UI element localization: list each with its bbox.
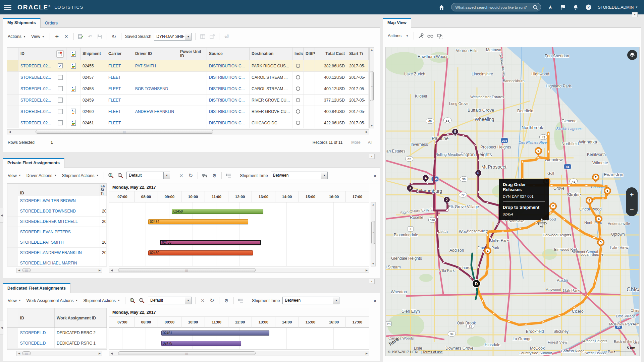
- resource-id-link[interactable]: STOREDEL.D: [20, 341, 46, 346]
- source-link[interactable]: DISTRIBUTION C...: [209, 98, 245, 103]
- row-checkbox[interactable]: [58, 75, 63, 80]
- tab-my-shipments[interactable]: My Shipments: [3, 18, 41, 28]
- shipment-id-link[interactable]: STOREDEL.02...: [20, 86, 51, 91]
- driver-row[interactable]: STOREDEL.MICHAEL MARTIN: [7, 258, 107, 266]
- driver-row[interactable]: STOREDEL.DEREK MITCHELL20: [7, 217, 107, 227]
- all-link[interactable]: All: [368, 140, 372, 145]
- go-to-task-icon[interactable]: ⏎: [223, 33, 230, 40]
- table-row[interactable]: STOREDEL.02...02458FLEETBOB TOWNSENDDIST…: [7, 83, 369, 95]
- collapse-shipments-icon[interactable]: ▲: [369, 154, 375, 159]
- column-header-shipment[interactable]: Shipment: [80, 48, 106, 60]
- help-icon[interactable]: ?: [585, 4, 592, 11]
- row-checkbox[interactable]: ✓: [58, 63, 63, 68]
- carrier-link[interactable]: FLEET: [108, 64, 121, 68]
- overflow-chevrons-icon[interactable]: »: [374, 173, 376, 178]
- carrier-link[interactable]: FLEET: [108, 86, 121, 91]
- shipments-vertical-scrollbar[interactable]: ▲ ≡ ▼: [369, 47, 374, 128]
- hamburger-menu-icon[interactable]: [4, 5, 11, 10]
- row-checkbox[interactable]: [58, 109, 63, 114]
- shipment-id-link[interactable]: STOREDEL.02...: [20, 98, 51, 103]
- dfa-refresh-icon[interactable]: ↻: [209, 297, 215, 304]
- dfa-splitter-handle[interactable]: ◀: [0, 320, 3, 335]
- zoom-out-icon[interactable]: −: [139, 297, 145, 304]
- tab-private-fleet-assignments[interactable]: Private Fleet Assignments: [3, 158, 64, 168]
- undo-icon[interactable]: ↶: [87, 33, 94, 40]
- driver-id-link[interactable]: STOREDEL.ANDREW FRANKLIN: [20, 250, 82, 255]
- gantt-shipment-bar-02461[interactable]: 02461: [161, 330, 269, 336]
- pfa-view-menu[interactable]: View▼: [6, 172, 22, 179]
- resource-id-link[interactable]: STOREDEL.D: [20, 330, 46, 335]
- pfa-shipment-time-select[interactable]: Between▼: [271, 172, 328, 179]
- driver-row[interactable]: STOREDEL.EVAN PETERS: [7, 227, 107, 237]
- driver-id-link[interactable]: STOREDEL.WALTER BROWN: [20, 198, 76, 203]
- source-link[interactable]: DISTRIBUTION C...: [209, 109, 245, 114]
- carrier-link[interactable]: FLEET: [108, 109, 121, 114]
- column-header-indic[interactable]: Indic: [292, 48, 304, 60]
- map-pin-icon[interactable]: [56, 50, 64, 58]
- carrier-link[interactable]: FLEET: [108, 121, 121, 125]
- gear-icon[interactable]: ⚙: [211, 172, 218, 179]
- carrier-link[interactable]: FLEET: [108, 98, 121, 103]
- work-assignment-row[interactable]: STOREDEL.DDEDICATED RSRC 1: [7, 338, 107, 349]
- dfa-shipment-actions-menu[interactable]: Shipment Actions▼: [82, 297, 122, 304]
- table-row[interactable]: STOREDEL.02...02461FLEETDISTRIBUTION C..…: [7, 117, 369, 128]
- delete-icon[interactable]: ✕: [63, 33, 70, 40]
- dfa-view-menu[interactable]: View▼: [6, 297, 22, 304]
- favorites-star-icon[interactable]: ★: [547, 4, 554, 11]
- dfa-preset-select[interactable]: Default▼: [148, 297, 192, 304]
- driver-id-link[interactable]: STOREDEL.DEREK MITCHELL: [20, 219, 78, 224]
- row-checkbox[interactable]: [58, 86, 63, 91]
- zoom-out-icon[interactable]: −: [117, 172, 124, 179]
- driver-row[interactable]: STOREDEL.WALTER BROWN: [7, 196, 107, 206]
- user-menu[interactable]: STOREDEL.ADMIN ▼: [598, 5, 638, 10]
- table-row[interactable]: STOREDEL.02...✓02455FLEETPAT SMITHDISTRI…: [7, 60, 369, 72]
- shipment-id-link[interactable]: STOREDEL.02...: [20, 109, 51, 114]
- overflow-chevrons-icon[interactable]: »: [374, 298, 376, 303]
- driver-id-link[interactable]: STOREDEL.BOB TOWNSEND: [20, 209, 76, 214]
- source-link[interactable]: DISTRIBUTION C...: [209, 86, 245, 91]
- zoom-in-icon[interactable]: +: [108, 172, 114, 179]
- dfa-grid-horizontal-scrollbar[interactable]: ◀|||▶: [16, 351, 102, 356]
- driver-id-link[interactable]: STOREDEL.MICHAEL MARTIN: [20, 261, 77, 265]
- column-header-start-time[interactable]: Start Ti: [347, 48, 369, 60]
- work-assignment-actions-menu[interactable]: Work Assignment Actions▼: [25, 297, 79, 304]
- column-header-power-unit-id[interactable]: Power Unit ID: [178, 48, 207, 60]
- saved-search-input[interactable]: [455, 5, 533, 9]
- gantt-shipment-bar-02455[interactable]: 02455: [160, 240, 261, 245]
- pfa-splitter-handle[interactable]: ◀: [0, 208, 3, 223]
- rate-doc-icon[interactable]: [71, 63, 76, 69]
- driver-id-link[interactable]: STOREDEL.EVAN PETERS: [20, 230, 71, 234]
- column-header-disp[interactable]: DISP: [304, 48, 315, 60]
- driver-actions-menu[interactable]: Driver Actions▼: [25, 172, 58, 179]
- map-actions-menu[interactable]: Actions▼: [386, 33, 410, 39]
- row-checkbox[interactable]: [58, 98, 63, 103]
- carrier-link[interactable]: FLEET: [108, 75, 121, 80]
- pfa-preset-select[interactable]: Default▼: [126, 172, 170, 179]
- flag-icon[interactable]: [560, 4, 567, 11]
- search-icon[interactable]: [533, 5, 538, 10]
- pfa-gantt-horizontal-scrollbar[interactable]: ◀|||▶: [109, 268, 369, 273]
- depot-marker[interactable]: D: [472, 280, 480, 288]
- table-row[interactable]: STOREDEL.02...02457FLEETDISTRIBUTION C..…: [7, 72, 369, 83]
- source-link[interactable]: DISTRIBUTION C...: [209, 75, 245, 80]
- dfa-shipment-time-select[interactable]: Between▼: [282, 297, 339, 304]
- more-link[interactable]: More: [351, 140, 360, 145]
- column-header-driver-id[interactable]: Driver ID: [133, 48, 178, 60]
- gear-icon[interactable]: ⚙: [223, 297, 230, 304]
- driver-row[interactable]: STOREDEL.BOB TOWNSEND20: [7, 206, 107, 217]
- driver-row[interactable]: STOREDEL.ANDREW FRANKLIN20: [7, 248, 107, 258]
- rate-doc-icon[interactable]: [71, 109, 76, 114]
- map-tools-icon[interactable]: [418, 33, 424, 39]
- table-row[interactable]: STOREDEL.02...02459FLEETDISTRIBUTION C..…: [7, 95, 369, 106]
- pfa-refresh-icon[interactable]: ↻: [187, 172, 194, 179]
- work-assignment-row[interactable]: STOREDEL.DDEDICATED RSRC 2: [7, 328, 107, 338]
- shipment-id-link[interactable]: STOREDEL.02...: [20, 64, 51, 68]
- gantt-shipment-bar-02475[interactable]: 02475: [161, 341, 241, 346]
- add-icon[interactable]: +: [54, 33, 60, 40]
- mass-update-icon[interactable]: [77, 33, 84, 40]
- gantt-shipment-bar-02458[interactable]: 02458: [172, 209, 263, 214]
- source-link[interactable]: DISTRIBUTION C...: [209, 121, 245, 125]
- actions-menu[interactable]: Actions▼: [6, 33, 27, 40]
- driver-link[interactable]: ANDREW FRANKLIN: [135, 109, 174, 114]
- column-header-id[interactable]: ID: [18, 48, 54, 60]
